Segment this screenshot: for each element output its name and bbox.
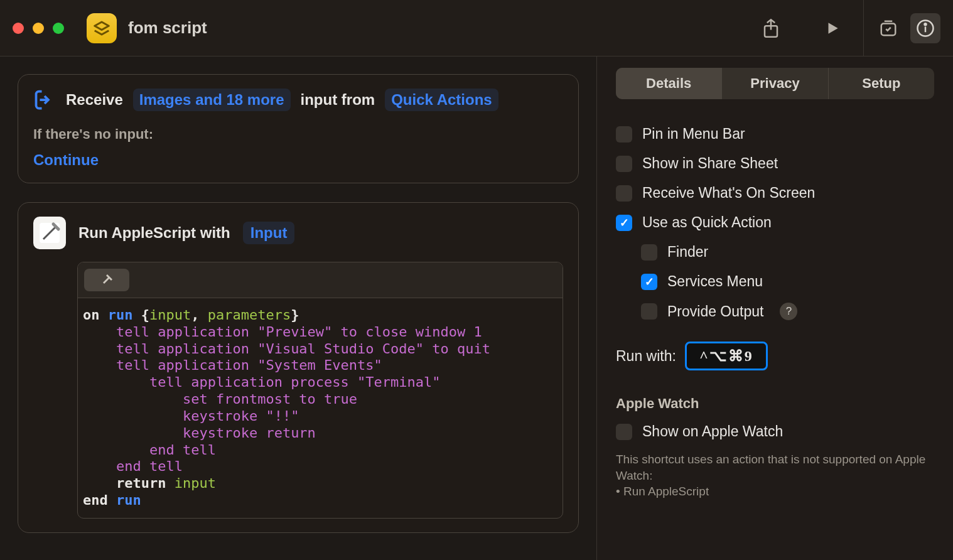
run-icon[interactable] (821, 16, 844, 40)
shortcut-app-icon (87, 13, 117, 43)
apple-watch-note: This shortcut uses an action that is not… (616, 451, 934, 500)
svg-point-4 (925, 23, 927, 25)
apple-watch-checkbox[interactable] (616, 424, 632, 440)
input-arrow-icon (33, 89, 56, 111)
services-menu-label: Services Menu (667, 273, 763, 290)
script-editor[interactable]: on run {input, parameters} tell applicat… (77, 262, 563, 519)
share-sheet-checkbox[interactable] (616, 156, 632, 172)
provide-output-checkbox[interactable] (641, 303, 657, 320)
pin-menu-bar-label: Pin in Menu Bar (642, 126, 745, 143)
apple-watch-header: Apple Watch (616, 396, 934, 412)
traffic-lights (13, 23, 64, 34)
run-applescript-action[interactable]: Run AppleScript with Input on run {input… (18, 202, 579, 533)
close-window-button[interactable] (13, 23, 24, 34)
quick-action-label: Use as Quick Action (642, 214, 772, 231)
run-with-label: Run with: (616, 348, 676, 365)
script-code[interactable]: on run {input, parameters} tell applicat… (78, 298, 563, 518)
library-icon[interactable] (876, 16, 900, 40)
tab-privacy[interactable]: Privacy (722, 68, 828, 99)
services-menu-checkbox[interactable] (641, 274, 657, 290)
info-icon[interactable] (910, 13, 940, 43)
input-types-token[interactable]: Images and 18 more (133, 89, 291, 111)
finder-checkbox[interactable] (641, 244, 657, 261)
share-icon[interactable] (759, 16, 783, 40)
pin-menu-bar-checkbox[interactable] (616, 126, 632, 143)
hotkey-field[interactable]: ^⌥⌘9 (685, 342, 768, 370)
input-settings-card[interactable]: Receive Images and 18 more input from Qu… (18, 74, 579, 183)
action-title: Run AppleScript with (78, 224, 230, 242)
finder-label: Finder (667, 244, 708, 261)
window-title: fom script (128, 18, 759, 38)
tab-details[interactable]: Details (616, 68, 722, 99)
applescript-action-icon (33, 217, 66, 249)
quick-action-checkbox[interactable] (616, 215, 632, 231)
inspector-sidebar: Details Privacy Setup Pin in Menu Bar Sh… (597, 57, 953, 560)
input-source-token[interactable]: Quick Actions (385, 89, 498, 111)
tab-setup[interactable]: Setup (829, 68, 934, 99)
receive-label: Receive (66, 91, 123, 109)
from-label: input from (301, 91, 375, 109)
script-toolbar (78, 262, 563, 298)
zoom-window-button[interactable] (53, 23, 64, 34)
provide-output-label: Provide Output (667, 303, 763, 320)
share-sheet-label: Show in Share Sheet (642, 155, 778, 172)
action-input-pill[interactable]: Input (243, 222, 295, 244)
workflow-canvas: Receive Images and 18 more input from Qu… (0, 57, 597, 560)
apple-watch-label: Show on Apple Watch (642, 423, 783, 440)
compile-button[interactable] (84, 269, 129, 291)
help-icon[interactable]: ? (780, 303, 797, 320)
no-input-label: If there's no input: (33, 126, 563, 143)
no-input-action[interactable]: Continue (33, 151, 99, 169)
receive-screen-checkbox[interactable] (616, 185, 632, 202)
receive-screen-label: Receive What's On Screen (642, 185, 815, 202)
titlebar: fom script (0, 0, 953, 57)
inspector-tabs: Details Privacy Setup (616, 68, 934, 99)
minimize-window-button[interactable] (33, 23, 44, 34)
